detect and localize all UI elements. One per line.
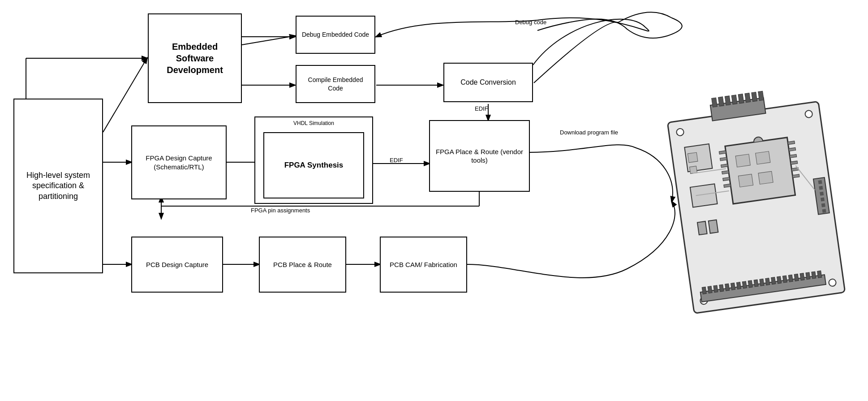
svg-rect-33	[752, 92, 757, 101]
svg-rect-28	[718, 97, 724, 106]
pcb-board-illustration	[653, 76, 846, 336]
svg-rect-76	[760, 279, 764, 286]
svg-rect-83	[800, 273, 804, 280]
edif-label-1: EDIF	[475, 105, 488, 112]
svg-rect-37	[756, 151, 770, 164]
svg-rect-84	[806, 272, 810, 280]
svg-rect-60	[819, 186, 823, 190]
svg-rect-57	[709, 220, 718, 233]
svg-rect-66	[702, 287, 706, 294]
svg-line-8	[242, 36, 295, 45]
svg-rect-56	[697, 221, 707, 235]
svg-rect-73	[742, 281, 747, 289]
fpga-synthesis-box: FPGA Synthesis	[263, 132, 364, 198]
svg-rect-64	[822, 209, 826, 213]
svg-rect-82	[794, 274, 799, 281]
svg-rect-59	[818, 180, 822, 184]
svg-point-23	[805, 110, 813, 118]
svg-rect-36	[735, 154, 750, 167]
download-label: Download program file	[560, 129, 618, 136]
svg-rect-85	[812, 272, 816, 279]
fpga-design-capture-box: FPGA Design Capture (Schematic/RTL)	[131, 125, 227, 199]
svg-rect-39	[758, 171, 773, 184]
svg-rect-77	[765, 278, 770, 285]
svg-rect-30	[731, 95, 737, 104]
svg-point-22	[676, 128, 684, 136]
debug-code-label: Debug code	[515, 19, 546, 26]
svg-rect-67	[708, 286, 712, 293]
svg-rect-69	[719, 285, 724, 292]
svg-rect-62	[821, 198, 825, 202]
svg-rect-68	[713, 285, 718, 293]
debug-embedded-box: Debug Embedded Code	[296, 16, 375, 54]
fpga-pin-label: FPGA pin assignments	[251, 207, 310, 214]
svg-rect-53	[688, 152, 698, 163]
svg-line-0	[103, 58, 147, 132]
svg-rect-75	[754, 280, 758, 287]
svg-rect-34	[758, 91, 764, 100]
svg-rect-74	[748, 280, 752, 288]
pcb-design-capture-box: PCB Design Capture	[131, 237, 223, 293]
code-conversion-box: Code Conversion	[443, 63, 533, 102]
svg-rect-72	[736, 282, 741, 289]
svg-rect-86	[817, 271, 822, 278]
compile-embedded-box: Compile Embedded Code	[296, 65, 375, 103]
svg-rect-70	[725, 284, 730, 291]
svg-rect-63	[821, 203, 825, 207]
svg-rect-38	[738, 174, 753, 187]
vhdl-simulation-label: VHDL Simulation	[293, 120, 334, 127]
edif-label-2: EDIF	[390, 157, 403, 164]
svg-rect-29	[725, 96, 730, 105]
diagram-container: High-level system specification & partit…	[0, 0, 868, 401]
svg-rect-71	[731, 283, 735, 290]
svg-rect-78	[771, 277, 776, 285]
svg-rect-81	[788, 275, 793, 282]
embedded-sw-box: Embedded Software Development	[148, 13, 242, 103]
pcb-place-route-box: PCB Place & Route	[259, 237, 346, 293]
svg-rect-80	[782, 276, 787, 283]
svg-rect-61	[820, 192, 824, 196]
svg-rect-79	[777, 276, 782, 284]
pcb-cam-box: PCB CAM/ Fabrication	[380, 237, 467, 293]
fpga-place-route-box: FPGA Place & Route (vendor tools)	[429, 120, 530, 192]
svg-rect-27	[712, 98, 718, 107]
svg-rect-31	[738, 94, 744, 103]
high-level-box: High-level system specification & partit…	[13, 99, 103, 273]
svg-rect-35	[725, 138, 795, 204]
svg-rect-32	[745, 93, 751, 103]
svg-point-25	[829, 279, 837, 287]
svg-rect-55	[690, 184, 718, 207]
